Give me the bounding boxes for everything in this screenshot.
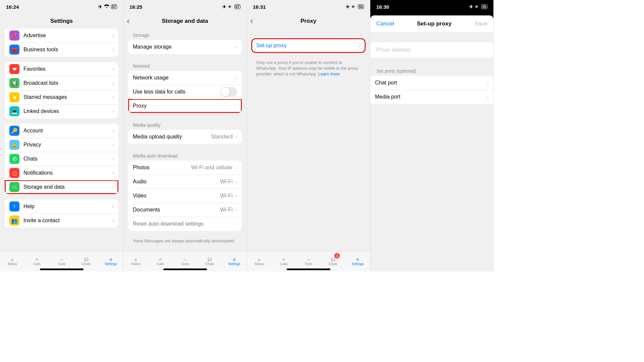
group-lists: ❤ Favorites › 📢 Broadcast lists › ★ Star… bbox=[5, 62, 118, 118]
lock-icon: 🔒 bbox=[9, 140, 19, 150]
row-business-tools[interactable]: 🧰 Business tools › bbox=[5, 43, 118, 57]
row-audio[interactable]: Audio Wi-Fi › bbox=[128, 175, 242, 189]
row-broadcast[interactable]: 📢 Broadcast lists › bbox=[5, 76, 118, 90]
row-label: Storage and data bbox=[23, 184, 112, 190]
chevron-right-icon: › bbox=[235, 207, 237, 213]
tab-label: Tools bbox=[181, 262, 189, 266]
chevron-right-icon: › bbox=[112, 184, 114, 190]
tab-settings[interactable]: ⚙Settings bbox=[345, 252, 370, 272]
row-linked-devices[interactable]: 💻 Linked devices › bbox=[5, 104, 118, 118]
row-manage-storage[interactable]: Manage storage › bbox=[128, 40, 242, 54]
row-setup-proxy[interactable]: Set-up proxy › bbox=[252, 39, 365, 53]
row-label: Chats bbox=[23, 156, 112, 162]
chevron-right-icon: › bbox=[235, 134, 237, 140]
airplane-icon: ✈︎ bbox=[469, 4, 473, 9]
row-value: Wi-Fi and cellular bbox=[191, 165, 233, 171]
status-right: ✈︎ ᯤ 55 bbox=[469, 4, 487, 9]
tab-status[interactable]: ◎Status bbox=[247, 252, 271, 272]
voice-note: Voice Messages are always automatically … bbox=[128, 236, 242, 244]
row-media-port[interactable]: Media port › bbox=[370, 90, 493, 104]
tab-label: Chats bbox=[329, 262, 337, 266]
proxy-content: Set-up proxy › Only use a proxy if you'r… bbox=[247, 28, 370, 251]
proxy-address-input[interactable]: Proxy address bbox=[370, 42, 493, 58]
chevron-right-icon: › bbox=[112, 66, 114, 72]
chevron-right-icon: › bbox=[112, 203, 114, 209]
status-bar: 16:25 ✈︎ ᯤ 57 bbox=[123, 0, 247, 13]
group-help: i Help › 👥 Invite a contact › bbox=[5, 199, 118, 228]
row-documents[interactable]: Documents Wi-Fi › bbox=[128, 203, 242, 217]
cancel-button[interactable]: Cancel bbox=[376, 20, 394, 27]
row-value: Wi-Fi bbox=[220, 179, 232, 185]
row-privacy[interactable]: 🔒 Privacy › bbox=[5, 138, 118, 152]
screen-proxy: 16:31 ✈︎ ᯤ 55 ‹ Proxy Set-up proxy › Onl… bbox=[247, 0, 370, 272]
store-icon: ▭ bbox=[307, 258, 310, 261]
row-account[interactable]: 🔑 Account › bbox=[5, 124, 118, 138]
tab-status[interactable]: ◎Status bbox=[0, 252, 24, 272]
row-favorites[interactable]: ❤ Favorites › bbox=[5, 62, 118, 76]
battery-icon: 57 bbox=[111, 4, 117, 9]
row-advertise[interactable]: 📣 Advertise › bbox=[5, 28, 118, 43]
phone-icon: ✆ bbox=[36, 258, 38, 261]
row-chat-port[interactable]: Chat port › bbox=[370, 76, 493, 90]
screen-settings: 16:24 ✈︎ 57 Settings 📣 Advertise › 🧰 Bus… bbox=[0, 0, 123, 272]
row-starred[interactable]: ★ Starred messages › bbox=[5, 90, 118, 104]
toggle-use-less-data[interactable] bbox=[220, 87, 237, 97]
briefcase-icon: 🧰 bbox=[9, 45, 19, 55]
row-label: Use less data for calls bbox=[133, 89, 220, 95]
tab-label: Tools bbox=[58, 262, 65, 266]
row-notifications[interactable]: ◻︎ Notifications › bbox=[5, 166, 118, 180]
tab-label: Settings bbox=[105, 262, 117, 266]
chevron-right-icon: › bbox=[487, 94, 489, 100]
section-auto-download: Media auto-download bbox=[128, 149, 242, 161]
row-proxy[interactable]: Proxy › bbox=[128, 99, 242, 113]
row-video[interactable]: Video Wi-Fi › bbox=[128, 189, 242, 203]
row-chats[interactable]: ✆ Chats › bbox=[5, 152, 118, 166]
status-time: 16:30 bbox=[376, 4, 389, 10]
row-reset-autodl[interactable]: Reset auto-download settings bbox=[128, 217, 242, 231]
row-media-upload-quality[interactable]: Media upload quality Standard › bbox=[128, 130, 242, 144]
status-bar: 16:24 ✈︎ 57 bbox=[0, 0, 123, 13]
chevron-right-icon: › bbox=[359, 43, 361, 49]
row-photos[interactable]: Photos Wi-Fi and cellular › bbox=[128, 161, 242, 175]
wifi-icon: ᯤ bbox=[228, 4, 233, 9]
battery-icon: 55 bbox=[358, 4, 364, 9]
chevron-right-icon: › bbox=[487, 80, 489, 86]
group-business: 📣 Advertise › 🧰 Business tools › bbox=[5, 28, 118, 57]
tab-settings[interactable]: ⚙Settings bbox=[99, 252, 123, 272]
row-network-usage[interactable]: Network usage › bbox=[128, 71, 242, 85]
row-label: Business tools bbox=[23, 47, 112, 53]
back-button[interactable]: ‹ bbox=[250, 16, 253, 26]
placeholder-text: Proxy address bbox=[376, 47, 411, 53]
tab-status[interactable]: ◎Status bbox=[123, 252, 148, 272]
chevron-right-icon: › bbox=[235, 193, 237, 199]
learn-more-link[interactable]: Learn more bbox=[318, 72, 340, 76]
save-button[interactable]: Save bbox=[474, 20, 487, 27]
devices-icon: 💻 bbox=[9, 106, 19, 116]
row-label: Documents bbox=[133, 207, 220, 213]
home-indicator bbox=[287, 268, 330, 270]
row-value: Standard bbox=[211, 134, 233, 140]
tab-settings[interactable]: ⚙Settings bbox=[222, 252, 247, 272]
row-help[interactable]: i Help › bbox=[5, 199, 118, 214]
key-icon: 🔑 bbox=[9, 126, 19, 136]
row-storage-and-data[interactable]: ↑↓ Storage and data › bbox=[5, 180, 118, 194]
row-use-less-data[interactable]: Use less data for calls bbox=[128, 85, 242, 99]
row-label: Set-up proxy bbox=[256, 43, 359, 49]
gear-icon: ⚙ bbox=[109, 258, 112, 261]
page-title: Storage and data bbox=[162, 18, 208, 24]
row-invite[interactable]: 👥 Invite a contact › bbox=[5, 214, 118, 228]
back-button[interactable]: ‹ bbox=[127, 16, 130, 26]
tab-label: Chats bbox=[205, 262, 214, 266]
tab-label: Status bbox=[255, 262, 264, 266]
tab-label: Calls bbox=[157, 262, 164, 266]
status-icon: ◎ bbox=[134, 258, 137, 261]
chevron-right-icon: › bbox=[112, 108, 114, 114]
row-value: Wi-Fi bbox=[220, 207, 232, 213]
modal-title: Set-up proxy bbox=[417, 20, 452, 27]
chevron-right-icon: › bbox=[112, 47, 114, 53]
row-label: Help bbox=[23, 203, 112, 209]
chevron-right-icon: › bbox=[235, 75, 237, 81]
status-right: ✈︎ ᯤ 57 bbox=[222, 4, 240, 9]
tab-label: Calls bbox=[280, 262, 287, 266]
tab-label: Settings bbox=[352, 262, 364, 266]
